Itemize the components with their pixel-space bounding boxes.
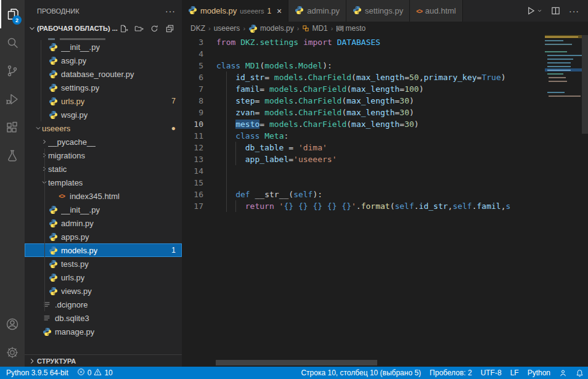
tree-file-admin-py[interactable]: admin.py [25,216,182,230]
minimap-code [547,59,573,60]
python-icon [48,232,58,242]
status-eol[interactable]: LF [506,367,523,379]
code-line-3[interactable]: 3from DKZ.settings import DATABASES [182,36,544,48]
activity-account-icon[interactable] [0,310,25,338]
code-line-16[interactable]: 16def __str__(self): [182,189,544,200]
new-folder-icon[interactable] [134,24,144,33]
activity-explorer-icon[interactable]: 2 [0,0,25,28]
minimap[interactable] [545,35,582,367]
code-editor[interactable]: 3from DKZ.settings import DATABASES45cla… [182,35,588,367]
code-line-9[interactable]: 9zvan= models.CharField(max_length=30) [182,107,544,118]
tree-folder-static[interactable]: static [25,162,182,176]
breadcrumb-item-models.py[interactable]: models.py [248,24,294,33]
tree-file-urls-py[interactable]: urls.py [25,271,182,284]
horizontal-scrollbar[interactable] [216,360,377,365]
status-language-mode[interactable]: Python [523,367,555,379]
breadcrumb-item-dkz[interactable]: DKZ [190,24,205,33]
tree-file--dcignore[interactable]: .dcignore [25,298,182,311]
code-line-13[interactable]: 13app_label='useeers' [182,153,544,165]
feedback-icon[interactable] [555,367,571,379]
tree-folder--pycache-[interactable]: __pycache__ [25,135,182,149]
run-button[interactable] [526,6,542,15]
line-number[interactable]: 13 [182,153,216,165]
line-number[interactable]: 14 [182,165,216,177]
line-number[interactable]: 7 [182,83,216,95]
vertical-scrollbar[interactable] [582,35,588,134]
status-bar: Python 3.9.5 64-bit 0 10 Строка 10, стол… [0,367,588,379]
line-number[interactable]: 6 [182,71,216,83]
activity-search-icon[interactable] [0,28,25,57]
tree-file-manage-py[interactable]: manage.py [25,325,182,338]
code-line-17[interactable]: 17return '{} {} {} {} {}'.format(self.id… [182,200,544,212]
tree-file-wsgi-py[interactable]: wsgi.py [25,108,182,121]
line-number[interactable]: 16 [182,189,216,200]
activity-extensions-icon[interactable] [0,113,25,142]
tree-file-views-py[interactable]: views.py [25,284,182,298]
explorer-more-actions-icon[interactable]: ··· [165,6,176,16]
line-number[interactable]: 12 [182,142,216,153]
line-number[interactable]: 3 [182,36,216,48]
activity-run-debug-icon[interactable] [0,85,25,113]
line-number[interactable]: 17 [182,200,216,212]
notifications-bell-icon[interactable] [571,367,588,379]
status-indentation[interactable]: Пробелов: 2 [425,367,476,379]
activity-settings-gear-icon[interactable] [0,338,25,367]
line-number[interactable]: 9 [182,107,216,118]
status-encoding[interactable]: UTF-8 [476,367,506,379]
outline-section-header[interactable]: СТРУКТУРА [25,354,182,367]
tree-file--init-py[interactable]: __init__.py [25,40,182,54]
tree-folder-templates[interactable]: templates [25,176,182,189]
workspace-section-header[interactable]: (РАБОЧАЯ ОБЛАСТЬ) ... [25,22,182,35]
tree-file-db-sqlite3[interactable]: db.sqlite3 [25,311,182,325]
tree-file--init-py[interactable]: __init__.py [25,203,182,216]
tree-file-apps-py[interactable]: apps.py [25,230,182,243]
code-line-4[interactable]: 4 [182,48,544,60]
modified-dot-badge: ● [171,124,176,132]
more-actions-button[interactable]: ··· [569,6,579,16]
code-line-10[interactable]: 10mesto= models.CharField(max_length=30) [182,118,544,130]
code-line-6[interactable]: 6id_str= models.CharField(max_length=50,… [182,71,544,83]
tree-file-index345-html[interactable]: <>index345.html [25,189,182,203]
activity-source-control-icon[interactable] [0,57,25,85]
tree-folder-useeers[interactable]: useeers● [25,121,182,135]
code-line-14[interactable]: 14 [182,165,544,177]
tree-file-database-roouter-py[interactable]: database_roouter.py [25,67,182,81]
tab-aud-html[interactable]: <>aud.html [410,0,463,22]
line-number[interactable]: 10 [182,118,216,130]
tree-file-tests-py[interactable]: tests.py [25,257,182,271]
problems-status[interactable]: 0 10 [73,367,117,379]
tree-file-asgi-py[interactable]: asgi.py [25,54,182,67]
breadcrumb-item-mesto[interactable]: [@]mesto [336,24,365,33]
tree-file-settings-py[interactable]: settings.py [25,81,182,94]
activity-testing-icon[interactable] [0,142,25,170]
split-editor-button[interactable] [551,6,560,15]
line-number[interactable]: 11 [182,130,216,142]
tree-file-models-py[interactable]: models.py1 [25,243,182,257]
python-interpreter-status[interactable]: Python 3.9.5 64-bit [0,367,73,379]
line-number[interactable]: 4 [182,48,216,60]
code-line-7[interactable]: 7famil= models.CharField(max_length=100) [182,83,544,95]
code-line-8[interactable]: 8step= models.CharField(max_length=30) [182,95,544,107]
line-number[interactable]: 5 [182,60,216,71]
code-line-11[interactable]: 11class Meta: [182,130,544,142]
collapse-all-icon[interactable] [165,24,174,33]
tab-models-py[interactable]: models.pyuseeers1× [182,0,288,22]
close-icon[interactable]: × [277,7,282,15]
line-number[interactable]: 8 [182,95,216,107]
tab-admin-py[interactable]: admin.py [288,0,346,22]
tab-settings-py[interactable]: settings.py [346,0,410,22]
new-file-icon[interactable] [119,24,128,33]
code-line-15[interactable]: 15 [182,177,544,189]
breadcrumb-item-md1[interactable]: MD1 [302,24,327,33]
tree-file-urls-py[interactable]: urls.py7 [25,94,182,108]
code-line-12[interactable]: 12db_table = 'dima' [182,142,544,153]
minimap-code [547,55,582,56]
status-cursor-position[interactable]: Строка 10, столбец 10 (выбрано 5) [295,367,425,379]
explorer-title-row: ПРОВОДНИК ··· [25,0,182,22]
code-line-5[interactable]: 5class MD1(models.Model): [182,60,544,71]
line-number[interactable]: 15 [182,177,216,189]
tree-item-label: asgi.py [61,56,86,65]
breadcrumb-item-useeers[interactable]: useeers [214,24,240,33]
tree-folder-migrations[interactable]: migrations [25,149,182,162]
refresh-icon[interactable] [150,24,159,33]
